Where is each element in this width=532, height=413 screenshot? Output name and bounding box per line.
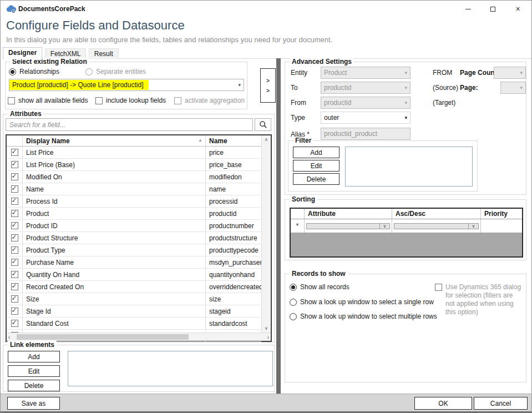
- dynamics-dialog-label: Use Dynamics 365 dialog for selection (f…: [445, 283, 523, 316]
- horizontal-scrollbar[interactable]: ‹ ›: [7, 333, 271, 341]
- table-row[interactable]: ✓Sizesize: [7, 293, 261, 305]
- link-edit-button[interactable]: Edit: [8, 365, 60, 377]
- records-group-label: Records to show: [290, 270, 348, 278]
- table-row[interactable]: ✓List Priceprice: [7, 147, 261, 159]
- table-row[interactable]: ✓Record Created Onoverriddencreatedon: [7, 281, 261, 293]
- activate-aggregation-checkbox[interactable]: activate aggregation: [174, 97, 245, 104]
- check-icon: ✓: [12, 306, 17, 314]
- relationships-radio-label: Relationships: [19, 68, 59, 75]
- table-row[interactable]: ✓Namename: [7, 183, 261, 195]
- row-checkbox[interactable]: ✓: [11, 283, 18, 290]
- attributes-table: Display Name ▲ Name ✓List Priceprice✓Lis…: [6, 134, 272, 342]
- close-icon: ×: [515, 5, 520, 13]
- row-checkbox[interactable]: ✓: [11, 259, 18, 266]
- row-checkbox[interactable]: ✓: [11, 161, 18, 168]
- separate-entities-radio[interactable]: Separate entities: [85, 68, 146, 75]
- show-all-fields-checkbox[interactable]: show all available fields: [8, 97, 88, 104]
- filter-edit-button[interactable]: Edit: [293, 160, 340, 172]
- table-row[interactable]: ✓Standard Coststandardcost: [7, 318, 261, 330]
- relation-combobox[interactable]: Product [productid] -> Quote Line [produ…: [9, 79, 244, 91]
- type-combobox[interactable]: outer ▾: [321, 112, 411, 124]
- window-title: DocumentsCorePack: [18, 5, 85, 13]
- single-row-radio[interactable]: Show a look up window to select a single…: [290, 298, 434, 306]
- activate-aggregation-label: activate aggregation: [185, 97, 245, 104]
- filter-delete-button[interactable]: Delete: [293, 173, 340, 185]
- table-row[interactable]: ✓Productproductid: [7, 208, 261, 220]
- display-name-cell: Record Created On: [22, 281, 205, 293]
- show-all-records-radio[interactable]: Show all records: [290, 283, 349, 291]
- table-row[interactable]: ✓List Price (Base)price_base: [7, 159, 261, 171]
- search-input[interactable]: [6, 118, 253, 131]
- scroll-right-icon[interactable]: ›: [267, 334, 269, 340]
- checkbox-icon: [95, 97, 103, 104]
- chevron-down-icon[interactable]: ∨: [379, 224, 389, 229]
- sort-attribute-combobox[interactable]: ∨: [306, 223, 390, 229]
- table-row[interactable]: ✓Purchase Namemsdyn_purchasename: [7, 256, 261, 269]
- name-cell: quantityonhand: [205, 269, 261, 280]
- row-checkbox[interactable]: ✓: [11, 246, 18, 254]
- check-icon: ✓: [12, 172, 17, 180]
- sort-ascdesc-combobox[interactable]: ∨: [394, 223, 479, 229]
- display-name-column-header[interactable]: Display Name ▲: [22, 135, 205, 146]
- table-row[interactable]: ✓Modified Onmodifiedon: [7, 171, 261, 183]
- chevron-down-icon[interactable]: ▾: [238, 82, 244, 88]
- check-icon: ✓: [12, 184, 17, 192]
- type-label: Type: [291, 114, 305, 122]
- filter-add-button[interactable]: Add: [293, 147, 340, 158]
- row-checkbox[interactable]: ✓: [11, 234, 18, 241]
- row-checkbox[interactable]: ✓: [11, 271, 18, 278]
- maximize-button[interactable]: [480, 1, 505, 17]
- minimize-button[interactable]: [455, 1, 480, 17]
- sorting-group-label: Sorting: [290, 195, 317, 203]
- scroll-left-icon[interactable]: ‹: [8, 334, 10, 340]
- chevron-down-icon[interactable]: ▾: [404, 115, 410, 120]
- source-caption: (Source): [433, 84, 458, 92]
- row-checkbox[interactable]: ✓: [11, 149, 18, 156]
- include-lookup-checkbox[interactable]: include lookup fields: [95, 97, 166, 104]
- table-row[interactable]: ✓Quantity On Handquantityonhand: [7, 269, 261, 281]
- search-button[interactable]: [255, 118, 271, 131]
- row-checkbox[interactable]: ✓: [11, 308, 18, 315]
- panel-splitter[interactable]: [276, 58, 281, 394]
- name-cell: msdyn_purchasename: [205, 256, 261, 268]
- show-all-records-label: Show all records: [300, 283, 349, 291]
- row-checkbox[interactable]: ✓: [11, 295, 18, 303]
- table-row[interactable]: ✓Product Structureproductstructure: [7, 232, 261, 244]
- close-button[interactable]: ×: [505, 1, 530, 17]
- filter-listbox[interactable]: [345, 147, 473, 187]
- expand-relation-button[interactable]: > >: [260, 68, 276, 103]
- table-row[interactable]: ✓Product Typeproducttypecode: [7, 244, 261, 256]
- scroll-down-icon[interactable]: ∨: [265, 324, 268, 333]
- scrollbar-thumb[interactable]: [17, 334, 189, 340]
- ok-button[interactable]: OK: [414, 397, 472, 410]
- table-row[interactable]: ✓Process Idprocessid: [7, 195, 261, 208]
- table-row[interactable]: ✓Product IDproductnumber: [7, 220, 261, 232]
- link-elements-listbox[interactable]: [68, 351, 273, 386]
- name-column-header[interactable]: Name: [205, 135, 261, 146]
- dynamics-dialog-checkbox[interactable]: Use Dynamics 365 dialog for selection (f…: [435, 283, 524, 316]
- vertical-scrollbar[interactable]: ∧ ∨: [261, 135, 271, 333]
- table-row[interactable]: ✓Stage Idstageid: [7, 305, 261, 318]
- cancel-button[interactable]: Cancel: [474, 397, 528, 410]
- sorting-table-filler: [291, 233, 522, 256]
- radio-unchecked-icon: [290, 313, 297, 320]
- row-checkbox[interactable]: ✓: [11, 210, 18, 217]
- save-as-button[interactable]: Save as: [7, 397, 60, 410]
- display-name-cell: List Price: [22, 147, 205, 158]
- filter-group-label: Filter: [293, 137, 313, 144]
- relationships-radio[interactable]: Relationships: [9, 68, 59, 75]
- row-checkbox[interactable]: ✓: [11, 173, 18, 180]
- scroll-up-icon[interactable]: ∧: [265, 135, 268, 144]
- row-checkbox[interactable]: ✓: [11, 222, 18, 229]
- title-bar: DocumentsCorePack ×: [1, 1, 531, 17]
- row-checkbox[interactable]: ✓: [11, 320, 18, 327]
- chevron-down-icon[interactable]: ∨: [468, 224, 478, 229]
- link-add-button[interactable]: Add: [8, 351, 60, 362]
- sort-priority-cell[interactable]: [480, 219, 522, 233]
- row-checkbox[interactable]: ✓: [11, 198, 18, 205]
- link-delete-button[interactable]: Delete: [8, 380, 60, 391]
- multiple-rows-radio[interactable]: Show a look up window to select multiple…: [290, 313, 437, 320]
- row-checkbox[interactable]: ✓: [11, 185, 18, 193]
- tab-result[interactable]: Result: [89, 48, 119, 59]
- tab-designer[interactable]: Designer: [3, 47, 42, 59]
